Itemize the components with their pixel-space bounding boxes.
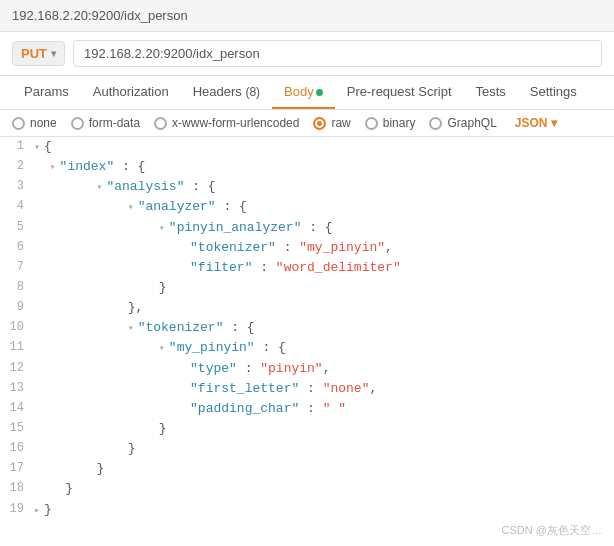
radio-graphql	[429, 117, 442, 130]
code-line-13: 13 "first_letter" : "none",	[0, 379, 614, 399]
url-input[interactable]	[73, 40, 602, 67]
code-line-1: 1 ▾{	[0, 137, 614, 157]
format-binary-label: binary	[383, 116, 416, 130]
tab-tests[interactable]: Tests	[464, 76, 518, 109]
tab-headers[interactable]: Headers (8)	[181, 76, 272, 109]
format-graphql-label: GraphQL	[447, 116, 496, 130]
format-none[interactable]: none	[12, 116, 57, 130]
tabs-bar: Params Authorization Headers (8) Body Pr…	[0, 76, 614, 110]
format-form-data[interactable]: form-data	[71, 116, 140, 130]
method-select[interactable]: PUT ▾	[12, 41, 65, 66]
method-label: PUT	[21, 46, 47, 61]
format-urlencoded-label: x-www-form-urlencoded	[172, 116, 299, 130]
code-line-19: 19 ▸}	[0, 500, 614, 520]
format-form-data-label: form-data	[89, 116, 140, 130]
radio-raw	[313, 117, 326, 130]
code-line-2: 2 ▾"index" : {	[0, 157, 614, 177]
format-raw-label: raw	[331, 116, 350, 130]
code-line-8: 8 }	[0, 278, 614, 298]
code-line-5: 5 ▾"pinyin_analyzer" : {	[0, 218, 614, 238]
code-line-14: 14 "padding_char" : " "	[0, 399, 614, 419]
format-urlencoded[interactable]: x-www-form-urlencoded	[154, 116, 299, 130]
tab-params[interactable]: Params	[12, 76, 81, 109]
code-line-12: 12 "type" : "pinyin",	[0, 359, 614, 379]
page-title: 192.168.2.20:9200/idx_person	[12, 8, 188, 23]
code-line-7: 7 "filter" : "word_delimiter"	[0, 258, 614, 278]
tab-settings[interactable]: Settings	[518, 76, 589, 109]
radio-binary	[365, 117, 378, 130]
code-line-16: 16 }	[0, 439, 614, 459]
radio-urlencoded	[154, 117, 167, 130]
radio-form-data	[71, 117, 84, 130]
tab-authorization[interactable]: Authorization	[81, 76, 181, 109]
radio-none	[12, 117, 25, 130]
code-editor[interactable]: 1 ▾{ 2 ▾"index" : { 3 ▾"analysis" : { 4 …	[0, 137, 614, 520]
body-active-dot	[316, 89, 323, 96]
code-line-11: 11 ▾"my_pinyin" : {	[0, 338, 614, 358]
code-line-10: 10 ▾"tokenizer" : {	[0, 318, 614, 338]
title-bar: 192.168.2.20:9200/idx_person	[0, 0, 614, 32]
dropdown-chevron-icon: ▾	[551, 116, 557, 130]
code-line-9: 9 },	[0, 298, 614, 318]
watermark: CSDN @灰色天空…	[502, 523, 602, 538]
format-binary[interactable]: binary	[365, 116, 416, 130]
format-none-label: none	[30, 116, 57, 130]
code-line-18: 18 }	[0, 479, 614, 499]
code-line-6: 6 "tokenizer" : "my_pinyin",	[0, 238, 614, 258]
format-type-label: JSON	[515, 116, 548, 130]
code-line-15: 15 }	[0, 419, 614, 439]
request-bar: PUT ▾	[0, 32, 614, 76]
chevron-down-icon: ▾	[51, 48, 56, 59]
format-type-dropdown[interactable]: JSON ▾	[515, 116, 557, 130]
code-line-4: 4 ▾"analyzer" : {	[0, 197, 614, 217]
code-line-17: 17 }	[0, 459, 614, 479]
tab-body[interactable]: Body	[272, 76, 335, 109]
format-graphql[interactable]: GraphQL	[429, 116, 496, 130]
app-container: 192.168.2.20:9200/idx_person PUT ▾ Param…	[0, 0, 614, 546]
code-line-3: 3 ▾"analysis" : {	[0, 177, 614, 197]
format-raw[interactable]: raw	[313, 116, 350, 130]
format-bar: none form-data x-www-form-urlencoded raw…	[0, 110, 614, 137]
tab-prerequest[interactable]: Pre-request Script	[335, 76, 464, 109]
